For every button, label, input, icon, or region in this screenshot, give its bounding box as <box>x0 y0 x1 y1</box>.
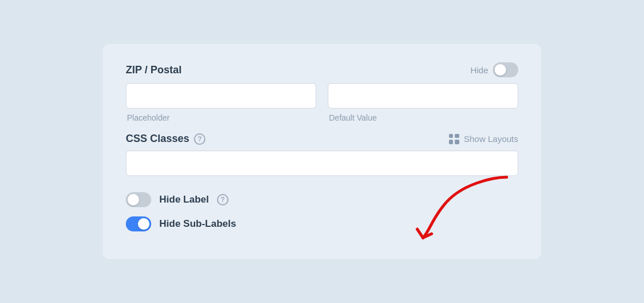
show-layouts-text: Show Layouts <box>464 134 518 144</box>
css-header-row: CSS Classes ? Show Layouts <box>126 133 518 145</box>
hide-toggle[interactable] <box>493 62 518 77</box>
sub-labels-row: Placeholder Default Value <box>126 113 518 122</box>
hide-sublabels-toggle-thumb <box>138 218 149 230</box>
hide-sublabels-row: Hide Sub-Labels <box>126 216 518 231</box>
hide-label-help-icon[interactable]: ? <box>217 194 229 205</box>
hide-sublabels-text: Hide Sub-Labels <box>159 218 236 230</box>
default-value-input[interactable] <box>328 83 518 109</box>
default-value-sublabel: Default Value <box>328 113 518 122</box>
hide-text: Hide <box>470 65 488 75</box>
hide-label-toggle[interactable] <box>126 192 151 207</box>
hide-label-toggle-thumb <box>128 194 139 205</box>
grid-icon <box>449 134 459 144</box>
inputs-row <box>126 83 518 109</box>
placeholder-input[interactable] <box>126 83 316 109</box>
css-help-icon[interactable]: ? <box>194 133 205 145</box>
placeholder-sublabel: Placeholder <box>126 113 316 122</box>
show-layouts-button[interactable]: Show Layouts <box>449 134 518 144</box>
css-classes-input[interactable] <box>126 151 518 176</box>
css-classes-label: CSS Classes <box>126 133 189 145</box>
css-label-group: CSS Classes ? <box>126 133 205 145</box>
hide-sublabels-toggle[interactable] <box>126 216 151 231</box>
hide-toggle-thumb <box>495 64 506 76</box>
hide-label-row: Hide Label ? <box>126 192 518 207</box>
settings-panel: ZIP / Postal Hide Placeholder Default Va… <box>103 44 541 259</box>
zip-field-row: ZIP / Postal Hide <box>126 62 518 77</box>
zip-label: ZIP / Postal <box>126 64 182 76</box>
css-classes-section: CSS Classes ? Show Layouts <box>126 133 518 188</box>
hide-toggle-group: Hide <box>470 62 518 77</box>
hide-label-text: Hide Label <box>159 194 209 205</box>
